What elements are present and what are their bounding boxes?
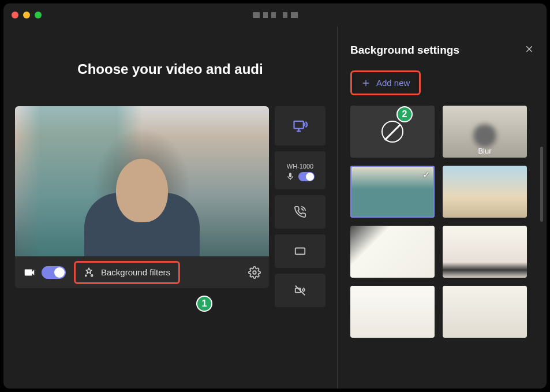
svg-point-1 xyxy=(85,275,87,276)
scrollbar[interactable] xyxy=(540,147,543,222)
app-window: Choose your video and audi Background fi… xyxy=(3,3,547,389)
pre-join-pane: Choose your video and audi Background fi… xyxy=(3,27,337,389)
phone-audio-icon xyxy=(294,206,306,218)
settings-button[interactable] xyxy=(248,266,261,279)
close-icon xyxy=(525,44,534,54)
close-window-button[interactable] xyxy=(12,12,18,18)
maximize-window-button[interactable] xyxy=(35,12,42,18)
background-tile-room-mirror[interactable] xyxy=(443,226,527,278)
content-area: Choose your video and audi Background fi… xyxy=(3,27,547,389)
background-effects-icon xyxy=(84,267,94,278)
page-heading: Choose your video and audi xyxy=(77,61,263,77)
annotation-badge-2: 2 xyxy=(396,106,413,122)
computer-audio-button[interactable] xyxy=(275,106,325,145)
svg-rect-4 xyxy=(295,248,305,255)
microphone-icon xyxy=(286,172,295,181)
window-controls xyxy=(12,12,42,18)
background-tile-beach[interactable] xyxy=(443,166,527,218)
annotation-badge-1: 1 xyxy=(196,296,212,312)
video-toolbar: Background filters xyxy=(15,256,269,288)
none-icon xyxy=(381,121,403,143)
background-filters-label: Background filters xyxy=(101,267,170,277)
check-icon: ✓ xyxy=(422,169,430,180)
computer-audio-icon xyxy=(292,118,308,134)
phone-audio-button[interactable] xyxy=(275,195,325,229)
camera-toggle[interactable] xyxy=(42,266,66,279)
title-placeholder xyxy=(253,12,298,18)
svg-point-0 xyxy=(91,274,93,276)
video-preview xyxy=(15,106,269,256)
audio-options-column: WH-1000 xyxy=(275,106,325,307)
background-tile-minimal-2[interactable] xyxy=(443,286,527,338)
close-panel-button[interactable] xyxy=(525,44,534,57)
room-audio-icon xyxy=(294,245,306,257)
add-new-label: Add new xyxy=(376,78,410,88)
background-tile-none[interactable] xyxy=(350,106,435,158)
background-tile-blur[interactable]: Blur xyxy=(443,106,527,158)
panel-title: Background settings xyxy=(350,44,459,57)
background-settings-panel: Background settings Add new Blur xyxy=(337,27,547,389)
background-tile-room-window[interactable] xyxy=(350,226,435,278)
setup-row: Background filters WH-1000 xyxy=(15,106,325,307)
video-column: Background filters xyxy=(15,106,269,307)
panel-header: Background settings xyxy=(350,44,534,57)
audio-device-label: WH-1000 xyxy=(287,163,313,170)
background-tile-minimal-1[interactable] xyxy=(350,286,435,338)
camera-icon xyxy=(23,266,36,279)
background-tile-office[interactable]: ✓ xyxy=(350,166,435,218)
no-audio-icon xyxy=(294,284,306,297)
microphone-toggle[interactable] xyxy=(298,172,315,181)
titlebar xyxy=(3,3,547,27)
no-audio-button[interactable] xyxy=(275,274,325,307)
background-filters-button[interactable]: Background filters xyxy=(74,261,180,284)
blur-label: Blur xyxy=(478,147,491,155)
svg-line-6 xyxy=(295,286,305,296)
minimize-window-button[interactable] xyxy=(23,12,30,18)
svg-rect-3 xyxy=(294,121,304,129)
add-new-background-button[interactable]: Add new xyxy=(350,70,421,95)
svg-point-2 xyxy=(253,271,256,274)
background-grid: Blur ✓ xyxy=(350,106,527,338)
plus-icon xyxy=(361,79,371,88)
room-audio-button[interactable] xyxy=(275,234,325,268)
background-grid-scroll[interactable]: Blur ✓ xyxy=(350,106,534,371)
audio-device-selector[interactable]: WH-1000 xyxy=(275,151,325,189)
